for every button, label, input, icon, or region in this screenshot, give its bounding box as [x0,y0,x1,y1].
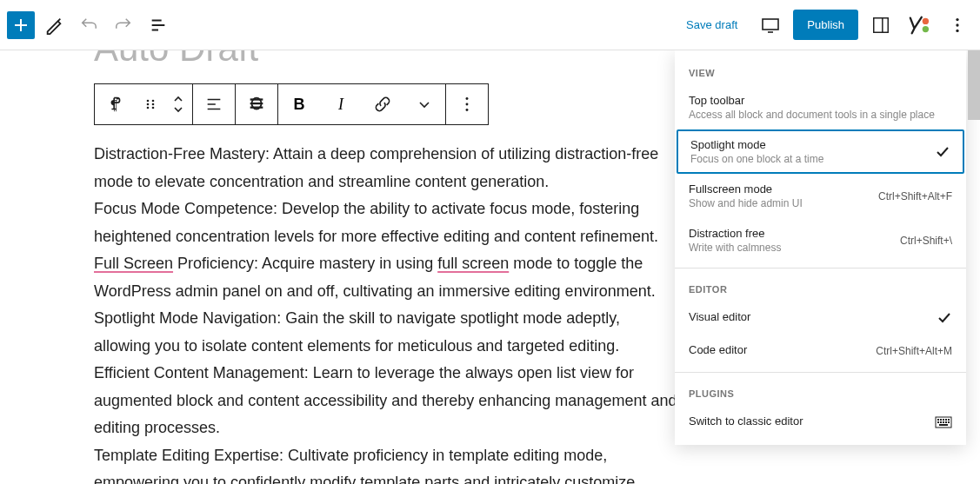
svg-point-3 [923,17,929,23]
svg-rect-28 [937,421,939,423]
italic-button[interactable]: I [320,84,362,124]
tools-button[interactable] [38,10,70,41]
paragraph-block: Spotlight Mode Navigation: Gain the skil… [94,305,678,360]
svg-rect-32 [948,421,950,423]
menu-item-spotlight-mode[interactable]: Spotlight mode Focus on one block at a t… [677,129,964,174]
svg-rect-26 [945,419,947,421]
svg-point-10 [152,100,155,103]
vertical-scrollbar[interactable] [968,50,980,120]
keyboard-icon [935,416,952,428]
text-align-button[interactable] [236,84,277,124]
post-content: Auto Draft ¶ [0,50,678,484]
svg-rect-31 [945,421,947,423]
editor-top-toolbar: Save draft Publish [0,0,980,50]
svg-rect-33 [939,424,948,426]
svg-point-21 [466,109,469,111]
svg-rect-29 [940,421,942,423]
paragraph-blocks[interactable]: Distraction-Free Mastery: Attain a deep … [94,141,678,484]
svg-point-14 [152,107,155,109]
menu-item-code-editor[interactable]: Code editor Ctrl+Shift+Alt+M [675,335,966,367]
svg-rect-27 [948,419,950,421]
block-options-button[interactable] [446,84,488,124]
align-button[interactable] [193,84,235,124]
dropdown-section-view: VIEW [675,57,966,85]
link-button[interactable] [362,84,403,124]
svg-point-12 [152,103,155,106]
move-buttons[interactable] [164,84,192,124]
svg-point-19 [466,97,469,100]
shortcut-label: Ctrl+Shift+Alt+M [876,345,952,357]
menu-item-visual-editor[interactable]: Visual editor [675,302,966,335]
svg-point-11 [147,103,150,106]
menu-item-distraction-free[interactable]: Distraction free Write with calmness Ctr… [675,218,966,262]
svg-point-6 [956,23,958,26]
svg-point-9 [147,100,150,103]
check-icon [937,310,952,326]
menu-item-fullscreen-mode[interactable]: Fullscreen mode Show and hide admin UI C… [675,174,966,218]
svg-point-5 [956,17,958,20]
menu-divider [675,372,966,373]
dropdown-section-editor: EDITOR [675,274,966,302]
toolbar-left-group [7,10,174,41]
svg-point-20 [466,103,469,106]
svg-point-13 [147,107,150,109]
svg-rect-30 [943,421,944,423]
paragraph-block: Full Screen Proficiency: Acquire mastery… [94,250,678,305]
check-icon [935,144,950,160]
yoast-seo-button[interactable] [903,10,935,41]
paragraph-block: Efficient Content Management: Learn to l… [94,360,678,442]
dropdown-section-plugins: PLUGINS [675,378,966,406]
publish-button[interactable]: Publish [793,10,858,40]
bold-button[interactable]: B [278,84,320,124]
menu-item-classic-editor[interactable]: Switch to classic editor [675,406,966,438]
undo-button[interactable] [73,10,104,41]
svg-rect-24 [940,419,942,421]
editor-canvas: Auto Draft ¶ [0,50,980,484]
more-rich-text-button[interactable] [403,84,445,124]
redo-button[interactable] [108,10,139,41]
svg-rect-1 [874,17,889,32]
block-type-button[interactable]: ¶ [95,84,137,124]
settings-sidebar-button[interactable] [865,10,897,41]
svg-point-4 [923,25,929,31]
options-menu-button[interactable] [942,10,973,41]
document-overview-button[interactable] [143,10,174,41]
add-block-button[interactable] [7,11,35,39]
svg-text:¶: ¶ [111,96,118,113]
toolbar-right-group: Save draft Publish [676,10,973,41]
drag-handle[interactable] [137,84,164,124]
block-toolbar: ¶ B [94,83,489,125]
paragraph-block: Distraction-Free Mastery: Attain a deep … [94,141,678,196]
menu-item-top-toolbar[interactable]: Top toolbar Access all block and documen… [675,85,966,129]
svg-rect-23 [937,419,939,421]
shortcut-label: Ctrl+Shift+\ [900,235,952,247]
post-title[interactable]: Auto Draft [94,50,678,70]
paragraph-block: Focus Mode Competence: Develop the abili… [94,196,678,250]
options-dropdown: VIEW Top toolbar Access all block and do… [675,50,966,445]
svg-point-7 [956,29,958,31]
svg-rect-0 [763,19,778,30]
shortcut-label: Ctrl+Shift+Alt+F [878,190,952,202]
menu-divider [675,268,966,269]
save-draft-button[interactable]: Save draft [676,11,748,38]
svg-rect-25 [943,419,944,421]
paragraph-block: Template Editing Expertise: Cultivate pr… [94,442,678,485]
preview-button[interactable] [755,10,786,41]
